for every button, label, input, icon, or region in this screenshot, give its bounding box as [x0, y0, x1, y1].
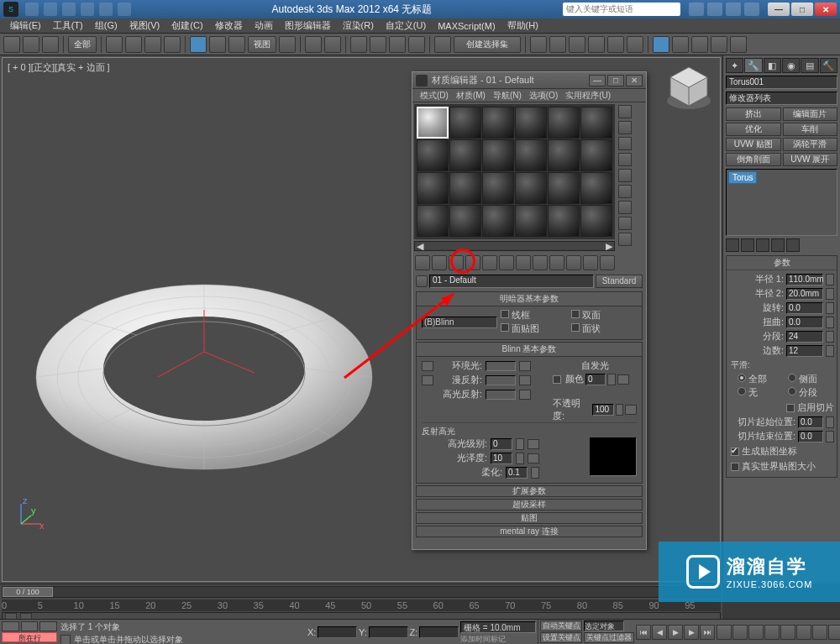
- mat-menu-utilities[interactable]: 实用程序(U): [563, 90, 613, 102]
- pick-material-icon[interactable]: [416, 275, 428, 287]
- menu-edit[interactable]: 编辑(E): [5, 18, 46, 33]
- sample-slot[interactable]: [548, 139, 580, 171]
- qat-btn[interactable]: [81, 3, 94, 16]
- sample-slot[interactable]: [515, 205, 547, 237]
- sample-slot[interactable]: [449, 205, 481, 237]
- material-name-input[interactable]: 01 - Default: [429, 275, 594, 288]
- backlight-icon[interactable]: [618, 121, 632, 134]
- layer-icon[interactable]: [569, 36, 585, 53]
- y-input[interactable]: [369, 626, 408, 638]
- make-unique-icon[interactable]: [499, 255, 514, 270]
- soften-spinner[interactable]: 0.1: [506, 467, 528, 479]
- scale-icon[interactable]: [228, 36, 245, 53]
- material-map-icon[interactable]: [618, 233, 632, 246]
- display-tab[interactable]: ▤: [801, 58, 818, 73]
- twosided-checkbox[interactable]: [571, 310, 580, 318]
- extended-params-rollout[interactable]: 扩展参数: [416, 485, 643, 497]
- sample-slot[interactable]: [482, 205, 514, 237]
- orbit-icon[interactable]: [764, 625, 780, 640]
- spec-level-spinner[interactable]: 0: [491, 438, 512, 450]
- menu-create[interactable]: 创建(C): [166, 18, 207, 33]
- menu-help[interactable]: 帮助(H): [502, 18, 543, 33]
- sample-type-icon[interactable]: [618, 105, 632, 118]
- diffuse-map-button[interactable]: [519, 375, 531, 385]
- time-ruler[interactable]: 05101520253035404550556065707580859095: [2, 599, 721, 611]
- goto-start-icon[interactable]: ⏮: [636, 625, 651, 640]
- stack-item-torus[interactable]: Torus: [728, 171, 757, 184]
- rollout-header[interactable]: 参数: [727, 256, 837, 270]
- show-result-icon[interactable]: [741, 238, 754, 252]
- make-unique-icon[interactable]: [756, 238, 769, 252]
- sample-slot[interactable]: [515, 107, 547, 139]
- gloss-map-button[interactable]: [528, 453, 539, 463]
- maps-rollout[interactable]: 贴图: [416, 512, 643, 524]
- mod-btn-turbo[interactable]: 涡轮平滑: [783, 138, 838, 151]
- link-icon[interactable]: [3, 36, 20, 53]
- next-frame-icon[interactable]: ▶: [684, 625, 699, 640]
- utilities-tab[interactable]: 🔨: [820, 58, 837, 73]
- menu-graph-editors[interactable]: 图形编辑器: [280, 18, 336, 33]
- mini-listener[interactable]: 所在行: [2, 632, 57, 642]
- qat-btn[interactable]: [62, 3, 76, 16]
- zoom-icon[interactable]: [732, 625, 748, 640]
- supersampling-rollout[interactable]: 超级采样: [416, 499, 643, 510]
- modifier-stack[interactable]: Torus: [726, 169, 837, 236]
- mini-btn[interactable]: [2, 621, 19, 631]
- unlink-icon[interactable]: [23, 36, 39, 53]
- sample-slot[interactable]: [580, 107, 612, 139]
- close-button[interactable]: ✕: [815, 3, 837, 16]
- reset-map-icon[interactable]: [465, 255, 480, 270]
- diffuse-color-swatch[interactable]: [486, 375, 516, 385]
- diffuse-lock-icon[interactable]: [422, 375, 433, 385]
- smooth-segs-radio[interactable]: [788, 387, 796, 395]
- mini-btn[interactable]: [39, 621, 57, 631]
- fov-icon[interactable]: [796, 625, 811, 640]
- facemap-checkbox[interactable]: [501, 323, 509, 332]
- qat-btn[interactable]: [99, 3, 113, 16]
- twist-spinner[interactable]: 0.0: [786, 317, 823, 328]
- key-target-dropdown[interactable]: 选定对象: [584, 620, 624, 631]
- play-icon[interactable]: ▶: [668, 625, 683, 640]
- max-toggle-icon[interactable]: [780, 625, 795, 640]
- mentalray-rollout[interactable]: mental ray 连接: [416, 526, 643, 537]
- mat-maximize-button[interactable]: □: [607, 75, 624, 86]
- help-btn[interactable]: [744, 3, 759, 16]
- schematic-icon[interactable]: [627, 36, 643, 53]
- sample-slot[interactable]: [548, 205, 580, 237]
- named-sel-dropdown[interactable]: 创建选择集: [454, 36, 521, 53]
- select-by-mat-icon[interactable]: [618, 217, 632, 230]
- create-tab[interactable]: ✦: [726, 58, 743, 73]
- sample-slot[interactable]: [515, 172, 547, 204]
- sample-slot[interactable]: [482, 107, 514, 139]
- key-filter-button[interactable]: 关键点过滤器: [584, 632, 634, 643]
- z-input[interactable]: [419, 626, 459, 638]
- show-end-result-icon[interactable]: [566, 255, 581, 270]
- mirror-icon[interactable]: [530, 36, 547, 53]
- time-tag-button[interactable]: 添加时间标记: [460, 634, 536, 644]
- rotation-spinner[interactable]: 0.0: [786, 302, 823, 314]
- assign-to-selection-icon[interactable]: [449, 255, 464, 270]
- menu-group[interactable]: 组(G): [90, 18, 123, 33]
- specular-map-button[interactable]: [519, 390, 531, 400]
- ribbon-icon[interactable]: [588, 36, 605, 53]
- shader-dropdown[interactable]: (B)Blinn: [422, 317, 497, 328]
- put-to-scene-icon[interactable]: [432, 255, 447, 270]
- go-sibling-icon[interactable]: [600, 255, 615, 270]
- snap-icon[interactable]: [350, 36, 367, 53]
- sample-slot[interactable]: [580, 172, 612, 204]
- sample-slot[interactable]: [548, 172, 580, 204]
- specular-color-swatch[interactable]: [486, 390, 516, 400]
- smooth-all-radio[interactable]: [738, 374, 746, 382]
- faceted-checkbox[interactable]: [571, 323, 580, 332]
- opacity-spinner[interactable]: 100: [592, 404, 613, 416]
- real-world-checkbox[interactable]: [731, 463, 739, 471]
- mat-menu-material[interactable]: 材质(M): [454, 90, 488, 102]
- mini-btn[interactable]: [21, 621, 39, 631]
- make-copy-icon[interactable]: [482, 255, 497, 270]
- make-preview-icon[interactable]: [618, 185, 632, 198]
- time-slider[interactable]: 0 / 100: [2, 586, 721, 598]
- qat-btn[interactable]: [44, 3, 57, 16]
- mod-btn-editpatch[interactable]: 编辑面片: [783, 107, 838, 121]
- selfillum-color-checkbox[interactable]: [553, 375, 561, 384]
- sample-slot[interactable]: [548, 107, 580, 139]
